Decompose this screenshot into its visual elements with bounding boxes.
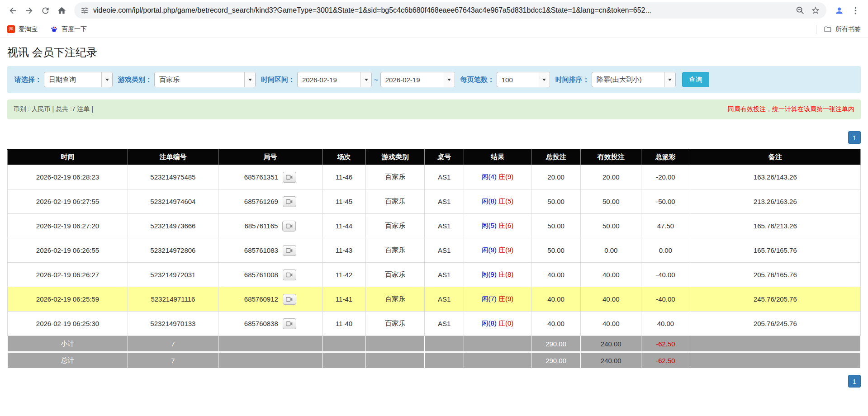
bet-records-table: 时间注单编号局号场次游戏类别桌号结果总投注有效投注总派彩备注 2026-02-1…: [7, 149, 861, 369]
bookmark-label: 爱淘宝: [19, 25, 38, 33]
cell-payout: 47.50: [641, 214, 690, 238]
page-size-select[interactable]: 100: [497, 72, 550, 87]
column-header: 总派彩: [641, 150, 690, 165]
address-bar[interactable]: videoie.com/ipl/portal.php/game/betrecor…: [74, 2, 826, 19]
subtotal-count: 7: [128, 336, 218, 352]
cell-total-bet[interactable]: 50.00: [531, 189, 580, 214]
cell-total-bet[interactable]: 40.00: [531, 312, 580, 336]
bookmark-aitaobao[interactable]: 淘 爱淘宝: [7, 25, 38, 33]
cell-total-bet[interactable]: 50.00: [531, 238, 580, 263]
video-replay-button[interactable]: [282, 221, 296, 232]
cell-time: 2026-02-19 06:28:23: [8, 165, 128, 189]
cell-remark: 205.76/165.76: [690, 263, 860, 287]
cell-result: 闲(9) 庄(9): [464, 238, 531, 263]
all-bookmarks-label: 所有书签: [835, 25, 861, 33]
total-valid-bet: 240.00: [581, 352, 641, 369]
round-id: 685761165: [244, 222, 278, 230]
page-1-button[interactable]: 1: [848, 375, 861, 388]
url-text[interactable]: videoie.com/ipl/portal.php/game/betrecor…: [93, 6, 789, 14]
all-bookmarks-button[interactable]: 所有书签: [824, 25, 861, 33]
date-from-value: 2026-02-19: [298, 72, 360, 87]
result-player: 闲(9): [482, 246, 497, 254]
cell-session: 11-43: [322, 238, 365, 263]
table-row: 2026-02-19 06:25:59523214971116685760912…: [8, 287, 861, 312]
chevron-down-icon[interactable]: [360, 72, 371, 87]
cell-session: 11-44: [322, 214, 365, 238]
date-from-picker[interactable]: 2026-02-19: [297, 72, 372, 87]
date-to-picker[interactable]: 2026-02-19: [380, 72, 455, 87]
home-button[interactable]: [53, 2, 70, 19]
cell-remark: 245.76/205.76: [690, 287, 860, 312]
profile-button[interactable]: [831, 2, 847, 19]
page-1-button[interactable]: 1: [848, 131, 861, 144]
chevron-down-icon[interactable]: [539, 72, 550, 87]
pagination-top: 1: [7, 131, 861, 144]
video-replay-button[interactable]: [283, 294, 296, 305]
cell-round: 685760912: [218, 287, 322, 312]
browser-menu-button[interactable]: [847, 2, 863, 19]
video-replay-button[interactable]: [283, 269, 296, 280]
video-replay-button[interactable]: [283, 245, 296, 256]
column-header: 总投注: [531, 150, 580, 165]
game-type-select[interactable]: 百家乐: [154, 72, 256, 87]
round-id: 685761083: [244, 246, 278, 254]
cell-round: 685761165: [218, 214, 322, 238]
cell-table-no: AS1: [425, 214, 464, 238]
kebab-menu-icon: [851, 6, 860, 15]
bookmark-star-button[interactable]: [811, 6, 820, 15]
back-arrow-icon: [8, 6, 18, 15]
video-camera-icon: [286, 297, 293, 302]
cell-total-bet[interactable]: 40.00: [531, 263, 580, 287]
column-header: 备注: [690, 150, 860, 165]
home-icon: [57, 6, 66, 15]
cell-bet-id: 523214972031: [128, 263, 218, 287]
chevron-down-icon[interactable]: [244, 72, 255, 87]
subtotal-valid-bet: 240.00: [581, 336, 641, 352]
cell-round: 685761083: [218, 238, 322, 263]
cell-payout: 40.00: [641, 312, 690, 336]
search-button[interactable]: 查询: [682, 72, 709, 87]
result-banker: 庄(9): [498, 173, 513, 180]
table-body: 2026-02-19 06:28:23523214975485685761351…: [8, 165, 861, 336]
cell-session: 11-45: [322, 189, 365, 214]
refresh-button[interactable]: [37, 2, 53, 19]
back-button[interactable]: [5, 2, 21, 19]
browser-toolbar: videoie.com/ipl/portal.php/game/betrecor…: [0, 0, 868, 21]
total-total-bet: 290.00: [531, 352, 580, 369]
cell-total-bet[interactable]: 40.00: [531, 287, 580, 312]
video-camera-icon: [286, 199, 293, 204]
subtotal-payout: -62.50: [641, 336, 690, 352]
column-header: 有效投注: [581, 150, 641, 165]
chevron-down-icon[interactable]: [444, 72, 455, 87]
chevron-down-icon[interactable]: [664, 72, 675, 87]
cell-session: 11-42: [322, 263, 365, 287]
site-settings-tune-icon[interactable]: [81, 6, 89, 14]
page-content: 视讯 会员下注纪录 请选择： 日期查询 游戏类别： 百家乐 时间区间： 2026…: [0, 45, 868, 388]
time-range-label: 时间区间：: [261, 76, 295, 84]
cell-total-bet[interactable]: 20.00: [531, 165, 580, 189]
zoom-button[interactable]: [796, 6, 805, 15]
forward-button[interactable]: [21, 2, 37, 19]
video-replay-button[interactable]: [283, 318, 296, 329]
table-row: 2026-02-19 06:27:20523214973666685761165…: [8, 214, 861, 238]
query-type-select[interactable]: 日期查询: [44, 72, 113, 87]
cell-result: 闲(4) 庄(9): [464, 165, 531, 189]
toolbar-right-controls: [831, 2, 863, 19]
cell-total-bet[interactable]: 50.00: [531, 214, 580, 238]
cell-bet-id: 523214971116: [128, 287, 218, 312]
select-type-label: 请选择：: [14, 76, 42, 84]
result-player: 闲(8): [482, 197, 497, 205]
zoom-magnifier-icon: [796, 6, 805, 15]
cell-game-type: 百家乐: [366, 214, 425, 238]
time-sort-select[interactable]: 降幂(由大到小): [592, 72, 676, 87]
chevron-down-icon[interactable]: [101, 72, 112, 87]
video-replay-button[interactable]: [283, 172, 296, 183]
currency-total-text: 币别 : 人民币 | 总共 :7 注单 |: [14, 105, 93, 113]
bookmark-baidu[interactable]: 百度一下: [50, 25, 87, 33]
result-banker: 庄(5): [498, 197, 513, 205]
video-replay-button[interactable]: [283, 196, 296, 207]
cell-game-type: 百家乐: [366, 165, 425, 189]
cell-table-no: AS1: [425, 189, 464, 214]
result-banker: 庄(9): [498, 295, 513, 303]
cell-table-no: AS1: [425, 165, 464, 189]
